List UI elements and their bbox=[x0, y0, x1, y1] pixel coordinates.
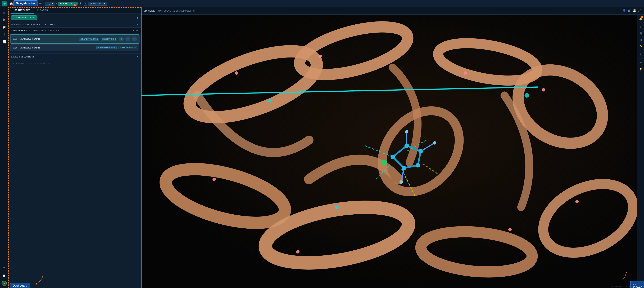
viewer-objects-label: 1 DISPLAYED OBJECT(S) bbox=[172, 10, 195, 12]
svg-point-37 bbox=[235, 71, 238, 75]
svg-point-8 bbox=[505, 55, 616, 158]
search-results-label: SEARCH RESULTS bbox=[20, 2, 42, 5]
svg-point-24 bbox=[418, 149, 423, 154]
viewer-header: 3D Viewer MAIN SCENE 1 DISPLAYED OBJECT(… bbox=[142, 7, 644, 15]
main-layout: ⌂ 🔍 📁 ⚗ 📊 ? 📋 ● STRUCTURES LIGANDS + ADD… bbox=[0, 7, 644, 288]
search-results-dash[interactable]: — bbox=[136, 29, 138, 32]
settings-tool-button[interactable]: ⚙ bbox=[638, 52, 644, 57]
sidebar: ⌂ 🔍 📁 ⚗ 📊 ? 📋 ● bbox=[0, 7, 8, 288]
pocket-pill[interactable]: POCKET 12 📍 bbox=[58, 2, 78, 6]
structure-chain-1uye: A // HS90A_HUMAN bbox=[20, 38, 77, 40]
left-panel: STRUCTURES LIGANDS + ADD STRUCTURES ⬇ TE… bbox=[8, 7, 142, 288]
viewer-image-icon[interactable]: 🖼 bbox=[628, 9, 631, 13]
svg-point-42 bbox=[296, 250, 300, 253]
nav-arrow-1: → bbox=[16, 2, 19, 5]
tab-bar: STRUCTURES LIGANDS bbox=[8, 7, 141, 14]
notification-badge: 1 bbox=[641, 16, 644, 18]
sidebar-flask-icon[interactable]: ⚗ bbox=[1, 31, 8, 38]
saved-collections-header[interactable]: SAVED COLLECTIONS ∧ bbox=[8, 54, 141, 60]
info-button-1uye[interactable]: ℹ bbox=[126, 37, 130, 41]
badge-res-1uy6: RESOLUTION: 1.90 bbox=[118, 46, 137, 49]
user-avatar[interactable]: ● bbox=[2, 281, 7, 286]
atom-tool-button[interactable]: ⚛ bbox=[638, 25, 644, 30]
svg-point-1 bbox=[4, 3, 5, 4]
viewer-canvas[interactable]: 3DECISION 2022.1.2.0-BETA BUILD:19 🔔 1 ⚛… bbox=[142, 15, 644, 288]
workspace-button[interactable]: ⊞ Workspace ▾ bbox=[88, 2, 107, 6]
tab-ligands[interactable]: LIGANDS bbox=[34, 7, 52, 14]
tab-structures[interactable]: STRUCTURES bbox=[11, 7, 34, 14]
sidebar-home-icon[interactable]: ⌂ bbox=[1, 9, 8, 16]
viewer-panel: 3D Viewer MAIN SCENE 1 DISPLAYED OBJECT(… bbox=[142, 7, 644, 288]
surface-tool-button[interactable]: ◫ bbox=[638, 37, 644, 43]
structure-id-pill[interactable]: 1uye ▾ bbox=[45, 2, 55, 6]
sidebar-feedback-icon[interactable]: 📋 bbox=[1, 272, 8, 279]
svg-point-40 bbox=[542, 88, 545, 91]
nav-chevron-button[interactable]: › bbox=[84, 2, 87, 6]
badge-res-1uye: RESOLUTION: 2 bbox=[101, 38, 117, 41]
viewer-title: 3D Viewer bbox=[144, 10, 156, 12]
structure-id-1uy6: 1uy6 bbox=[13, 47, 19, 49]
svg-point-29 bbox=[400, 180, 403, 184]
sidebar-folder-icon[interactable]: 📁 bbox=[1, 24, 8, 31]
download-structures-button[interactable]: ⬇ bbox=[136, 16, 138, 20]
more-button-1uye[interactable]: ••• bbox=[132, 37, 137, 41]
sidebar-help-icon[interactable]: ? bbox=[1, 265, 8, 272]
saved-collections-section: SAVED COLLECTIONS ∧ NO SAVED COLLECTIONS… bbox=[8, 54, 141, 69]
svg-line-20 bbox=[420, 143, 435, 151]
svg-point-11 bbox=[419, 227, 534, 276]
add-structures-button[interactable]: + ADD STRUCTURES bbox=[11, 16, 37, 20]
svg-point-27 bbox=[405, 130, 408, 133]
app-logo[interactable] bbox=[2, 1, 7, 7]
svg-point-30 bbox=[382, 160, 387, 165]
viewer-fullscreen-icon[interactable]: ⛶ bbox=[638, 9, 642, 13]
svg-line-14 bbox=[393, 146, 407, 157]
search-results-chevron[interactable]: ∧ bbox=[133, 29, 134, 32]
svg-point-23 bbox=[404, 143, 409, 148]
svg-point-38 bbox=[318, 55, 322, 58]
temp-collections-chevron: ∧ bbox=[137, 23, 138, 26]
home-button[interactable]: 🏠 bbox=[8, 1, 14, 6]
saved-collections-chevron: ∧ bbox=[137, 55, 138, 58]
nav-sep-2: › bbox=[56, 2, 57, 5]
tool-divider-1 bbox=[639, 23, 643, 23]
dashboard-arrow bbox=[36, 272, 50, 284]
tool-divider-3 bbox=[639, 59, 643, 59]
notification-tool: 🔔 1 bbox=[638, 16, 644, 22]
light-tool-button[interactable]: 💡 bbox=[638, 66, 644, 72]
molecule-svg bbox=[142, 15, 644, 288]
svg-point-39 bbox=[464, 71, 467, 75]
search-results-count: 2 STRUCTURE(S) / 0 SELECTED bbox=[31, 30, 59, 31]
tool-divider-2 bbox=[639, 50, 643, 50]
viewer-scene-label: MAIN SCENE bbox=[158, 10, 171, 12]
search-results-header: SEARCH RESULTS 2 STRUCTURE(S) / 0 SELECT… bbox=[8, 28, 141, 33]
dashboard-annotation: Dashboard bbox=[10, 283, 30, 288]
svg-point-41 bbox=[212, 177, 216, 181]
measure-tool-button[interactable]: 📏 bbox=[638, 43, 644, 49]
temp-collections-header[interactable]: TEMPORARY STRUCTURE COLLECTIONS ∧ bbox=[8, 22, 141, 28]
viewer-user-icon[interactable]: 👤 bbox=[622, 9, 626, 13]
badge-xray-1uye: X-RAY DIFFRACTION bbox=[79, 38, 99, 41]
sidebar-chart-icon[interactable]: 📊 bbox=[1, 39, 8, 45]
eye-tool-button[interactable]: 👁 bbox=[638, 60, 644, 66]
svg-line-18 bbox=[393, 157, 404, 168]
nav-sep-1: › bbox=[43, 2, 44, 5]
search-results-label: SEARCH RESULTS bbox=[11, 29, 30, 31]
viewer-header-icons: 👤 🖼 💾 ⛶ bbox=[622, 9, 642, 13]
chain-tool-button[interactable]: ⛓ bbox=[638, 31, 644, 36]
panel-toolbar: + ADD STRUCTURES ⬇ bbox=[8, 14, 141, 22]
svg-point-9 bbox=[160, 158, 290, 233]
saved-collections-label: SAVED COLLECTIONS bbox=[11, 56, 34, 58]
svg-point-44 bbox=[575, 200, 578, 203]
svg-point-47 bbox=[335, 205, 338, 209]
structure-item-1uy6[interactable]: 1uy6 A // HS90A_HUMAN X-RAY DIFFRACTION … bbox=[10, 44, 139, 51]
structure-item-1uye[interactable]: 1uye A // HS90A_HUMAN X-RAY DIFFRACTION … bbox=[10, 35, 139, 43]
eye-button-1uye[interactable]: 👁 bbox=[119, 37, 124, 41]
badge-xray-1uy6: X-RAY DIFFRACTION bbox=[96, 46, 116, 49]
structure-id-1uye: 1uye bbox=[13, 38, 19, 40]
sidebar-search-icon[interactable]: 🔍 bbox=[1, 17, 8, 23]
download-nav-button[interactable]: ⬇ bbox=[78, 2, 83, 6]
svg-point-43 bbox=[508, 228, 512, 231]
viewer-save-icon[interactable]: 💾 bbox=[632, 9, 637, 13]
no-collection-message: NO SAVED COLLECTIONS OPENED YET bbox=[8, 60, 141, 67]
svg-point-12 bbox=[532, 170, 644, 266]
